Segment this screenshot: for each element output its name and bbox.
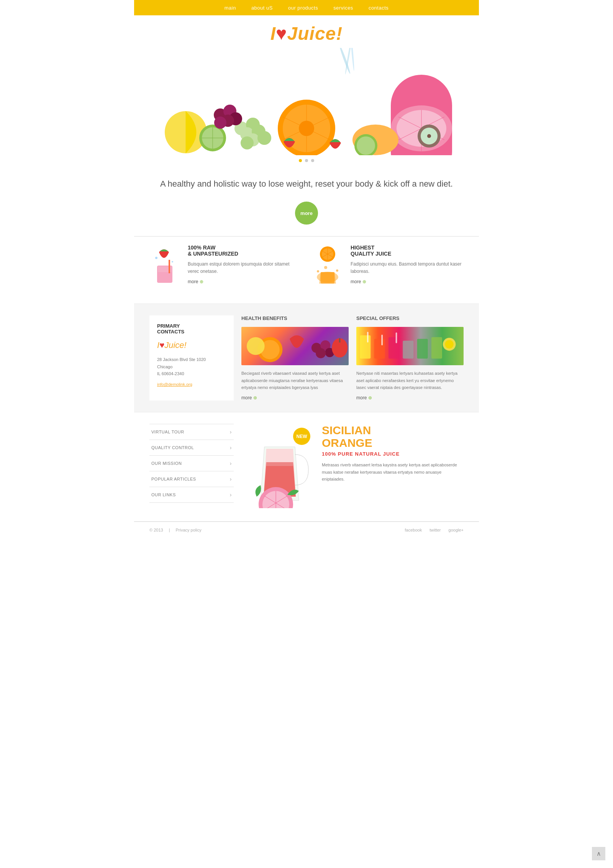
svg-rect-64 <box>431 337 442 359</box>
footer: © 2013 | Privacy policy facebook twitter… <box>134 522 479 538</box>
svg-point-47 <box>317 270 319 272</box>
product-info: SICILIAN ORANGE 100% PURE NATURAL JUICE … <box>322 424 464 510</box>
sidebar-links: VIRTUAL TOUR QUALITY CONTROL OUR MISSION… <box>149 424 234 510</box>
svg-rect-66 <box>381 335 383 345</box>
product-description: Metrasas riverb vitaesaert lertsa kaystr… <box>322 461 464 483</box>
carousel-dot-3[interactable] <box>311 159 314 162</box>
svg-point-20 <box>214 116 226 129</box>
contact-address: 28 Jackson Blvd Ste 1020ChicagoIL 60604-… <box>157 356 226 377</box>
special-offers-image <box>356 327 464 365</box>
contact-box: PRIMARYCONTACTS I♥Juice! 28 Jackson Blvd… <box>149 315 234 400</box>
product-highlight: NEW SICILIAN ORANGE 100% PURE NATURAL JU… <box>245 424 464 510</box>
sidebar-link-4: POPULAR ARTICLES <box>149 471 234 487</box>
feature-2: HIGHESTQUALITY JUICE Fadipisci unumqu ei… <box>312 244 464 288</box>
svg-rect-62 <box>403 341 413 359</box>
health-benefits-block: HEALTH BENEFITS Beciegast riverb vita <box>241 315 349 400</box>
footer-twitter[interactable]: twitter <box>429 528 441 532</box>
health-benefits-image <box>241 327 349 365</box>
contact-logo: I♥Juice! <box>157 340 226 350</box>
hero-section: I♥Juice! <box>134 15 479 166</box>
info-section: PRIMARYCONTACTS I♥Juice! 28 Jackson Blvd… <box>134 304 479 412</box>
sidebar-link-3: OUR MISSION <box>149 456 234 471</box>
feature-1-more[interactable]: more <box>188 279 301 284</box>
sidebar-link-2: QUALITY CONTROL <box>149 440 234 456</box>
health-benefits-more[interactable]: more <box>241 395 349 400</box>
svg-rect-65 <box>367 332 369 343</box>
svg-point-48 <box>336 269 338 272</box>
tagline-text: A healthy and holistic way to lose weigh… <box>134 166 479 194</box>
svg-rect-58 <box>339 338 341 342</box>
features-section: 100% RAW& UNPASTEURIZED Buisquam estqui … <box>134 236 479 304</box>
heart-icon: ♥ <box>276 23 287 44</box>
svg-point-56 <box>316 348 326 358</box>
carousel-dot-1[interactable] <box>299 159 302 162</box>
sidebar-link-quality-control[interactable]: QUALITY CONTROL <box>149 440 234 455</box>
main-nav: main about uS our products services cont… <box>134 0 479 15</box>
product-title-line1: SICILIAN ORANGE <box>322 424 464 449</box>
sidebar-link-virtual-tour[interactable]: VIRTUAL TOUR <box>149 424 234 440</box>
health-benefits-heading: HEALTH BENEFITS <box>241 315 349 321</box>
nav-products[interactable]: our products <box>288 5 318 11</box>
sidebar-link-1: VIRTUAL TOUR <box>149 424 234 440</box>
more-button[interactable]: more <box>295 202 318 225</box>
new-badge: NEW <box>293 428 310 445</box>
hero-fruit-image <box>134 48 479 155</box>
feature-1-icon <box>149 244 180 288</box>
feature-2-content: HIGHESTQUALITY JUICE Fadipisci unumqu ei… <box>351 244 464 284</box>
feature-1-title: 100% RAW& UNPASTEURIZED <box>188 244 301 257</box>
feature-2-icon <box>312 244 343 288</box>
feature-2-description: Fadipisci unumqu eius. Basmodi tempora d… <box>351 261 464 275</box>
svg-rect-37 <box>169 260 170 273</box>
sidebar-link-popular-articles[interactable]: POPULAR ARTICLES <box>149 471 234 487</box>
sidebar-link-our-links[interactable]: OUR LINKS <box>149 487 234 502</box>
svg-point-38 <box>155 257 157 259</box>
product-image-area: NEW <box>245 424 314 510</box>
footer-googleplus[interactable]: google+ <box>449 528 464 532</box>
svg-point-49 <box>324 266 327 269</box>
footer-social: facebook twitter google+ <box>405 528 464 532</box>
sidebar-link-our-mission[interactable]: OUR MISSION <box>149 456 234 471</box>
special-offers-more[interactable]: more <box>356 395 464 400</box>
svg-point-23 <box>299 121 314 136</box>
feature-1-content: 100% RAW& UNPASTEURIZED Buisquam estqui … <box>188 244 301 284</box>
svg-point-32 <box>427 134 431 138</box>
health-benefits-description: Beciegast riverb vitaesaert viasead aset… <box>241 370 349 391</box>
nav-about[interactable]: about uS <box>251 5 273 11</box>
feature-2-more[interactable]: more <box>351 279 464 284</box>
more-button-container: more <box>134 202 479 225</box>
nav-main[interactable]: main <box>225 5 236 11</box>
feature-2-title: HIGHESTQUALITY JUICE <box>351 244 464 257</box>
svg-point-34 <box>357 136 375 155</box>
footer-copyright: © 2013 <box>149 528 163 532</box>
contact-heart-icon: ♥ <box>159 340 164 350</box>
contact-email[interactable]: info@demolink.org <box>157 382 192 387</box>
nav-services[interactable]: services <box>333 5 353 11</box>
hero-title: I♥Juice! <box>270 23 343 44</box>
special-offers-heading: SPECIAL OFFERS <box>356 315 464 321</box>
svg-rect-63 <box>417 339 428 358</box>
special-offers-description: Nertyase niti masertas lertyars kuhaseta… <box>356 370 464 391</box>
svg-point-2 <box>350 48 355 71</box>
carousel-dot-2[interactable] <box>305 159 308 162</box>
svg-rect-60 <box>374 339 385 358</box>
contact-heading: PRIMARYCONTACTS <box>157 323 226 335</box>
sidebar-link-5: OUR LINKS <box>149 487 234 503</box>
svg-rect-61 <box>388 337 399 359</box>
bottom-section: VIRTUAL TOUR QUALITY CONTROL OUR MISSION… <box>134 412 479 521</box>
special-offers-block: SPECIAL OFFERS Nertyase niti masertas le… <box>356 315 464 400</box>
svg-point-39 <box>172 261 173 263</box>
sidebar-links-list: VIRTUAL TOUR QUALITY CONTROL OUR MISSION… <box>149 424 234 503</box>
footer-facebook[interactable]: facebook <box>405 528 422 532</box>
feature-1: 100% RAW& UNPASTEURIZED Buisquam estqui … <box>149 244 301 288</box>
svg-rect-59 <box>360 335 370 359</box>
hero-carousel-dots <box>299 159 314 162</box>
svg-point-52 <box>247 337 265 355</box>
svg-point-14 <box>257 131 271 145</box>
svg-point-15 <box>241 136 254 149</box>
footer-privacy-link[interactable]: Privacy policy <box>176 528 202 532</box>
nav-contacts[interactable]: contacts <box>369 5 388 11</box>
svg-rect-67 <box>396 333 397 343</box>
footer-divider: | <box>169 528 170 532</box>
footer-left: © 2013 | Privacy policy <box>149 528 202 532</box>
feature-1-description: Buisquam estqui dolorem ipsumquia dolor … <box>188 261 301 275</box>
